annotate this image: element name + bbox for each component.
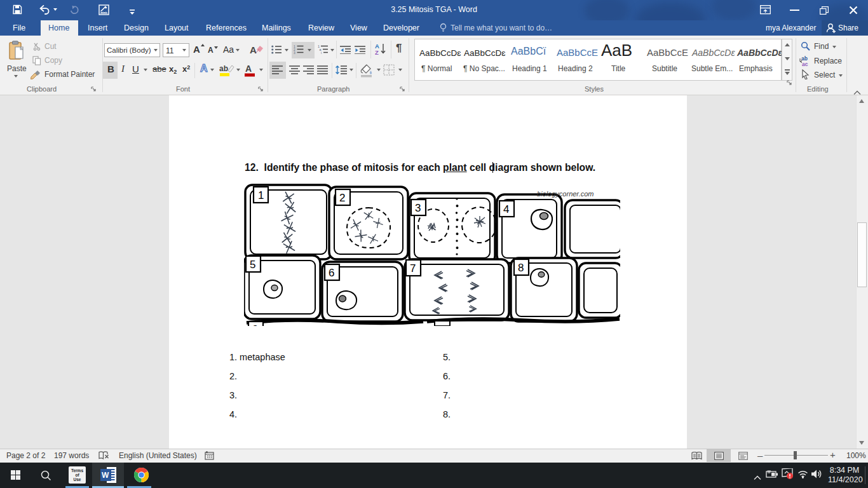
- svg-text:2: 2: [339, 192, 345, 204]
- svg-text:6: 6: [329, 267, 334, 279]
- svg-text:Z: Z: [375, 49, 379, 55]
- svg-text:biologycorner.com: biologycorner.com: [537, 190, 593, 198]
- svg-text:7: 7: [410, 262, 416, 274]
- svg-text:W: W: [102, 471, 109, 480]
- svg-text:8: 8: [518, 262, 524, 274]
- svg-text:A: A: [245, 64, 252, 74]
- svg-text:i: i: [321, 51, 322, 54]
- svg-text:ab: ab: [219, 64, 228, 73]
- svg-text:5: 5: [250, 259, 255, 271]
- svg-text:A: A: [250, 44, 257, 55]
- svg-text:ac: ac: [802, 61, 808, 67]
- svg-text:4: 4: [503, 203, 509, 215]
- svg-text:3: 3: [415, 202, 421, 214]
- svg-text:3: 3: [294, 51, 295, 54]
- svg-text:1: 1: [258, 189, 264, 201]
- svg-text:9: 9: [252, 323, 258, 326]
